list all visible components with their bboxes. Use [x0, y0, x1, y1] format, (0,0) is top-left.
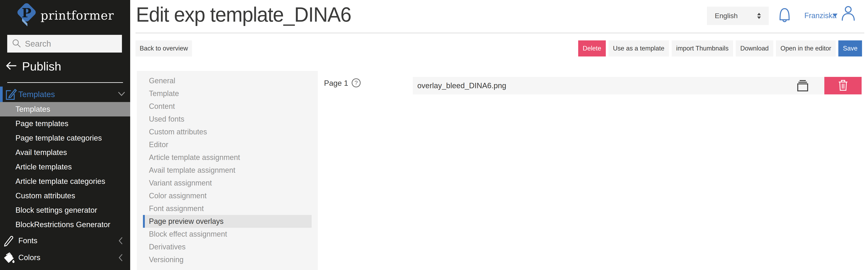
help-circle-icon[interactable]: ? [351, 78, 361, 88]
save-button[interactable]: Save [838, 40, 862, 57]
sidebar-search [7, 35, 122, 53]
browse-files-icon[interactable] [797, 80, 808, 93]
delete-overlay-button[interactable] [824, 77, 862, 94]
svg-text:?: ? [354, 80, 358, 86]
sidebar-item-page-templates[interactable]: Page templates [0, 116, 130, 131]
language-selected-value: English [715, 12, 738, 20]
logo-text: printformer [40, 8, 114, 23]
subnav-item-font-assignment[interactable]: Font assignment [137, 202, 318, 215]
subnav-item-derivatives[interactable]: Derivatives [137, 241, 318, 253]
paint-bucket-icon [3, 252, 15, 265]
logo[interactable]: P printformer [0, 3, 130, 28]
chevron-left-icon [118, 237, 123, 245]
subnav-item-custom-attributes[interactable]: Custom attributes [137, 125, 318, 138]
sidebar-item-blockrestrictions-generator[interactable]: BlockRestrictions Generator [0, 217, 130, 232]
user-name[interactable]: Franziska [804, 11, 836, 20]
subnav-item-article-template-assignment[interactable]: Article template assignment [137, 151, 318, 164]
sidebar-item-block-settings-generator[interactable]: Block settings generator [0, 203, 130, 217]
page-label-row: Page 1 ? [324, 78, 361, 89]
pencil-icon [3, 235, 14, 247]
publish-label: Publish [22, 59, 61, 73]
subnav-item-page-preview-overlays[interactable]: Page preview overlays [143, 215, 312, 228]
printformer-logo-icon: P [16, 3, 36, 28]
subnav-item-editor[interactable]: Editor [137, 138, 318, 151]
page-title: Edit exp template_DINA6 [136, 2, 351, 27]
delete-button[interactable]: Delete [578, 40, 606, 57]
overlay-file-field[interactable]: overlay_bleed_DINA6.png [413, 77, 824, 94]
subnav-item-template[interactable]: Template [137, 87, 318, 100]
subnav-item-content[interactable]: Content [137, 100, 318, 113]
back-arrow-icon [6, 61, 17, 71]
user-avatar-icon[interactable] [841, 5, 856, 22]
sidebar: P printformer Publish [0, 0, 130, 270]
subnav-item-general[interactable]: General [137, 74, 318, 87]
download-button[interactable]: Download [736, 40, 773, 57]
edit-square-icon [5, 88, 17, 101]
chevron-left-icon [118, 254, 123, 262]
sidebar-menu-label: Templates [18, 90, 55, 99]
user-dropdown-caret-icon[interactable] [833, 13, 838, 17]
search-input[interactable] [25, 39, 112, 49]
subnav-item-avail-template-assignment[interactable]: Avail template assignment [137, 164, 318, 177]
sidebar-item-colors[interactable]: Colors [0, 250, 130, 265]
active-menu-accent-bar [0, 87, 3, 102]
template-settings-subnav: GeneralTemplateContentUsed fontsCustom a… [137, 71, 318, 270]
page-label: Page 1 [324, 79, 348, 88]
trash-icon [838, 80, 848, 92]
chevron-down-icon [118, 91, 125, 97]
svg-text:P: P [22, 5, 32, 21]
notifications-bell-icon[interactable] [778, 7, 791, 24]
sidebar-item-templates[interactable]: Templates [0, 102, 130, 116]
back-to-overview-button[interactable]: Back to overview [135, 40, 192, 57]
back-to-publish[interactable]: Publish [6, 58, 61, 74]
sidebar-item-article-template-categories[interactable]: Article template categories [0, 174, 130, 188]
subnav-item-color-assignment[interactable]: Color assignment [137, 189, 318, 202]
subnav-item-versioning[interactable]: Versioning [137, 253, 318, 266]
sidebar-item-page-template-categories[interactable]: Page template categories [0, 131, 130, 145]
language-select[interactable]: English [707, 7, 769, 25]
sidebar-menu-list: TemplatesPage templatesPage template cat… [0, 102, 130, 232]
sidebar-section-label: Fonts [18, 236, 37, 245]
subnav-item-used-fonts[interactable]: Used fonts [137, 113, 318, 125]
sidebar-item-custom-attributes[interactable]: Custom attributes [0, 188, 130, 203]
sidebar-item-fonts[interactable]: Fonts [0, 234, 130, 248]
sidebar-item-article-templates[interactable]: Article templates [0, 160, 130, 174]
subnav-item-block-effect-assignment[interactable]: Block effect assignment [137, 228, 318, 241]
overlay-file-name: overlay_bleed_DINA6.png [417, 82, 506, 90]
printformer-app: P printformer Publish [0, 0, 868, 270]
sidebar-item-avail-templates[interactable]: Avail templates [0, 145, 130, 160]
sidebar-divider [7, 82, 123, 83]
sidebar-section-label: Colors [18, 253, 40, 262]
select-spinner-icon [757, 13, 761, 19]
sidebar-menu-templates[interactable]: Templates [0, 87, 130, 102]
import-thumbnails-button[interactable]: import Thumbnails [672, 40, 733, 57]
open-in-editor-button[interactable]: Open in the editor [776, 40, 836, 57]
header-divider [135, 33, 864, 33]
search-icon [12, 38, 21, 49]
toolbar-actions: Delete Use as a template import Thumbnai… [578, 40, 862, 57]
subnav-item-variant-assignment[interactable]: Variant assignment [137, 177, 318, 189]
use-as-template-button[interactable]: Use as a template [609, 40, 669, 57]
